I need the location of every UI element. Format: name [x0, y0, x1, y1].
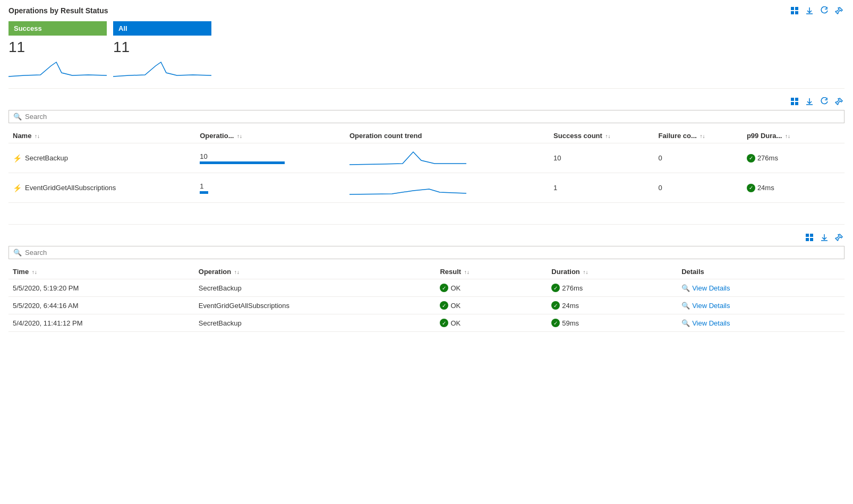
- col-header-success[interactable]: Success count ↑↓: [549, 129, 654, 143]
- table-row: ⚡ EventGridGetAllSubscriptions 1 1: [8, 173, 845, 203]
- magnify-icon-2: 🔍: [681, 302, 690, 310]
- brow2-view-details-link[interactable]: 🔍 View Details: [681, 302, 840, 310]
- brow2-result: ✓ OK: [436, 297, 547, 314]
- svg-rect-4: [791, 98, 794, 101]
- mid-pin-icon[interactable]: [834, 96, 845, 107]
- table-row: 5/5/2020, 6:44:16 AM EventGridGetAllSubs…: [8, 297, 845, 314]
- col-header-ops[interactable]: Operatio... ↑↓: [195, 129, 345, 143]
- bot-grid-icon[interactable]: [804, 232, 815, 243]
- all-card[interactable]: All 11: [113, 21, 211, 81]
- row2-check-icon: ✓: [747, 184, 755, 192]
- row2-ops-count: 1: [200, 182, 341, 190]
- table-row: 5/5/2020, 5:19:20 PM SecretBackup ✓ OK ✓…: [8, 279, 845, 297]
- brow3-result-value: OK: [450, 319, 460, 327]
- svg-rect-6: [791, 102, 794, 105]
- brow2-check-icon: ✓: [440, 301, 448, 310]
- all-sparkline: [113, 58, 211, 79]
- brow1-operation: SecretBackup: [194, 279, 436, 297]
- sort-operation-icon: ↑↓: [234, 269, 240, 275]
- brow2-operation: EventGridGetAllSubscriptions: [194, 297, 436, 314]
- row2-name: EventGridGetAllSubscriptions: [25, 184, 116, 192]
- brow1-check-icon: ✓: [440, 284, 448, 292]
- sort-name-icon: ↑↓: [35, 133, 40, 139]
- row2-trend-sparkline: [349, 177, 466, 197]
- row1-ops-count: 10: [200, 152, 341, 160]
- row2-ops-cell: 1: [195, 173, 345, 203]
- brow3-view-details-link[interactable]: 🔍 View Details: [681, 319, 840, 327]
- lightning-icon-1: ⚡: [13, 154, 22, 163]
- col-header-trend: Operation count trend: [345, 129, 549, 143]
- col-header-result[interactable]: Result ↑↓: [436, 264, 547, 279]
- brow2-details-label: View Details: [692, 302, 730, 310]
- row1-trend-cell: [345, 143, 549, 173]
- top-pin-icon[interactable]: [834, 5, 845, 16]
- top-download-icon[interactable]: [804, 5, 815, 16]
- svg-rect-3: [795, 11, 798, 14]
- brow2-duration-value: 24ms: [562, 302, 579, 310]
- row2-p99-value: 24ms: [757, 184, 774, 192]
- brow2-result-value: OK: [450, 302, 460, 310]
- mid-refresh-icon[interactable]: [819, 96, 830, 107]
- brow1-result: ✓ OK: [436, 279, 547, 297]
- mid-grid-icon[interactable]: [789, 96, 800, 107]
- col-header-time[interactable]: Time ↑↓: [8, 264, 194, 279]
- col-header-duration[interactable]: Duration ↑↓: [547, 264, 677, 279]
- bot-download-icon[interactable]: [819, 232, 830, 243]
- middle-search-input[interactable]: [25, 113, 840, 121]
- col-header-operation[interactable]: Operation ↑↓: [194, 264, 436, 279]
- brow1-time: 5/5/2020, 5:19:20 PM: [8, 279, 194, 297]
- brow3-dur-icon: ✓: [551, 319, 560, 327]
- bottom-toolbar: [8, 232, 845, 243]
- col-header-name[interactable]: Name ↑↓: [8, 129, 195, 143]
- success-card-label: Success: [8, 21, 107, 36]
- top-grid-icon[interactable]: [789, 5, 800, 16]
- brow1-view-details-link[interactable]: 🔍 View Details: [681, 284, 840, 292]
- magnify-icon-3: 🔍: [681, 319, 690, 327]
- table-row: 5/4/2020, 11:41:12 PM SecretBackup ✓ OK …: [8, 314, 845, 332]
- brow3-operation: SecretBackup: [194, 314, 436, 332]
- sort-result-icon: ↑↓: [464, 269, 470, 275]
- sort-ops-icon: ↑↓: [237, 133, 242, 139]
- col-header-failure[interactable]: Failure co... ↑↓: [654, 129, 743, 143]
- lightning-icon-2: ⚡: [13, 184, 22, 192]
- brow1-details[interactable]: 🔍 View Details: [677, 279, 845, 297]
- mid-download-icon[interactable]: [804, 96, 815, 107]
- bottom-search-input[interactable]: [25, 249, 840, 257]
- top-refresh-icon[interactable]: [819, 5, 830, 16]
- row1-p99-value: 276ms: [757, 154, 778, 162]
- row1-success-count: 10: [549, 143, 654, 173]
- svg-rect-8: [806, 234, 809, 237]
- row1-name-cell[interactable]: ⚡ SecretBackup: [8, 143, 195, 173]
- success-card[interactable]: Success 11: [8, 21, 107, 81]
- svg-rect-2: [791, 11, 794, 14]
- middle-toolbar: [8, 96, 845, 107]
- brow3-result: ✓ OK: [436, 314, 547, 332]
- middle-search-icon: 🔍: [13, 113, 22, 121]
- brow2-details[interactable]: 🔍 View Details: [677, 297, 845, 314]
- sort-time-icon: ↑↓: [32, 269, 37, 275]
- success-sparkline: [8, 58, 107, 79]
- all-card-count: 11: [113, 38, 211, 58]
- col-header-details: Details: [677, 264, 845, 279]
- details-table: Time ↑↓ Operation ↑↓ Result ↑↓ Duration …: [8, 264, 845, 332]
- middle-search-bar[interactable]: 🔍: [8, 110, 845, 123]
- brow1-duration-value: 276ms: [562, 284, 583, 292]
- bottom-search-bar[interactable]: 🔍: [8, 246, 845, 259]
- brow3-check-icon: ✓: [440, 319, 448, 327]
- sort-p99-icon: ↑↓: [785, 133, 790, 139]
- row2-name-cell[interactable]: ⚡ EventGridGetAllSubscriptions: [8, 173, 195, 203]
- brow3-details[interactable]: 🔍 View Details: [677, 314, 845, 332]
- row1-trend-sparkline: [349, 148, 466, 167]
- brow2-time: 5/5/2020, 6:44:16 AM: [8, 297, 194, 314]
- svg-rect-0: [791, 7, 794, 10]
- sort-duration-icon: ↑↓: [583, 269, 588, 275]
- brow3-duration: ✓ 59ms: [547, 314, 677, 332]
- bot-pin-icon[interactable]: [834, 232, 845, 243]
- top-section-title: Operations by Result Status: [8, 6, 108, 15]
- magnify-icon-1: 🔍: [681, 284, 690, 292]
- brow1-dur-icon: ✓: [551, 284, 560, 292]
- table-row: ⚡ SecretBackup 10 10 0: [8, 143, 845, 173]
- brow3-details-label: View Details: [692, 319, 730, 327]
- col-header-p99[interactable]: p99 Dura... ↑↓: [743, 129, 845, 143]
- brow1-duration: ✓ 276ms: [547, 279, 677, 297]
